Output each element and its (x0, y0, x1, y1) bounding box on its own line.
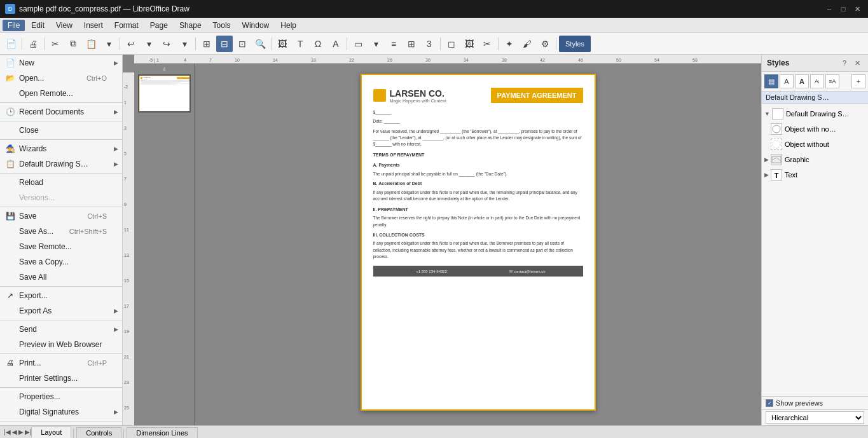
style-tb-text[interactable]: A (780, 74, 794, 88)
last-page-button[interactable]: ▶| (25, 428, 32, 435)
menu-item-printer-settings[interactable]: Printer Settings... (0, 371, 122, 386)
tb-text[interactable]: T (292, 36, 308, 52)
menu-item-export[interactable]: ↗ Export... (0, 288, 122, 303)
tb-redo[interactable]: ↪ (158, 36, 175, 52)
tb-3d[interactable]: 3 (421, 36, 437, 52)
menu-item-save-remote[interactable]: Save Remote... (0, 239, 122, 254)
main-toolbar: 📄 🖨 ✂ ⧉ 📋 ▾ ↩ ▾ ↪ ▾ ⊞ ⊟ ⊡ 🔍 🖼 T Ω A ▭ ▾ … (0, 33, 868, 55)
divider-5 (0, 207, 122, 207)
tb-print[interactable]: 🖨 (25, 36, 41, 52)
open-icon: 📂 (5, 73, 15, 83)
svg-text:54: 54 (654, 58, 659, 62)
style-object-with-no[interactable]: Object with no… (762, 121, 868, 137)
document-title: PAYMENT AGREEMENT (491, 88, 583, 103)
menu-item-new[interactable]: 📄 New (0, 55, 122, 71)
first-page-button[interactable]: |◀ (4, 428, 11, 435)
panel-help-button[interactable]: ? (839, 57, 850, 69)
menu-item-print[interactable]: 🖨 Print... Ctrl+P (0, 355, 122, 371)
tb-crop[interactable]: ✂ (479, 36, 495, 52)
menu-item-preview-browser[interactable]: Preview in Web Browser (0, 337, 122, 352)
tab-layout[interactable]: Layout (31, 427, 71, 438)
menu-item-save[interactable]: 💾 Save Ctrl+S (0, 209, 122, 224)
style-graphic-category[interactable]: ▶ Graphic (762, 152, 868, 167)
tb-cut[interactable]: ✂ (47, 36, 64, 52)
tb-shadow[interactable]: ◻ (443, 36, 460, 52)
tb-fontwork[interactable]: A (327, 36, 344, 52)
tb-image[interactable]: 🖼 (274, 36, 291, 52)
next-page-button[interactable]: ▶ (18, 428, 24, 435)
section-b-title: B. Acceleration of Debt (373, 181, 583, 188)
menu-item-wizards[interactable]: 🧙 Wizards (0, 141, 122, 156)
show-previews-checkbox[interactable]: ✓ (766, 399, 773, 407)
tb-undo-arrow[interactable]: ▾ (141, 36, 157, 52)
style-tb-frame[interactable]: A (795, 74, 809, 88)
minimize-button[interactable]: – (823, 3, 835, 15)
style-tb-page[interactable]: Aᵢ (810, 74, 824, 88)
menu-edit[interactable]: Edit (26, 20, 50, 31)
menu-item-open[interactable]: 📂 Open... Ctrl+O (0, 71, 122, 86)
tb-image2[interactable]: 🖼 (461, 36, 478, 52)
page-thumbnail[interactable]: LARSEN CO. PAYMENT AGREEMENT (138, 74, 191, 113)
tb-zoom[interactable]: 🔍 (252, 36, 268, 52)
tb-redo-arrow[interactable]: ▾ (176, 36, 193, 52)
menu-item-close[interactable]: Close (0, 123, 122, 138)
tb-new[interactable]: 📄 (3, 36, 19, 52)
menu-item-digital-sigs[interactable]: Digital Signatures (0, 404, 122, 420)
tb-special-char[interactable]: Ω (310, 36, 326, 52)
style-tb-new[interactable]: + (851, 74, 865, 88)
menu-item-open-remote[interactable]: Open Remote... (0, 86, 122, 101)
menu-item-export-as[interactable]: Export As (0, 303, 122, 318)
style-tb-list[interactable]: ≡A (825, 74, 839, 88)
menu-format[interactable]: Format (109, 20, 144, 31)
tb-paste[interactable]: 📋 (83, 36, 99, 52)
tb-copy[interactable]: ⧉ (65, 36, 81, 52)
tb-macro[interactable]: ⚙ (537, 36, 553, 52)
menu-insert[interactable]: Insert (79, 20, 108, 31)
panel-close-button[interactable]: ✕ (851, 57, 863, 69)
menu-item-send[interactable]: Send (0, 322, 122, 337)
menu-item-reload[interactable]: Reload (0, 175, 122, 190)
tb-snap[interactable]: ⊟ (216, 36, 233, 52)
document-canvas[interactable]: LARSEN CO. Magic Happens with Content PA… (195, 64, 761, 425)
tb-group[interactable]: ⊞ (403, 36, 420, 52)
menu-view[interactable]: View (51, 20, 78, 31)
tb-undo[interactable]: ↩ (123, 36, 139, 52)
tb-paint[interactable]: 🖌 (519, 36, 535, 52)
menu-item-properties[interactable]: Properties... (0, 389, 122, 404)
menu-help[interactable]: Help (275, 20, 301, 31)
menu-item-save-as[interactable]: Save As... Ctrl+Shift+S (0, 224, 122, 239)
tb-shapes2[interactable]: ▾ (368, 36, 384, 52)
style-object-without[interactable]: Object without (762, 137, 868, 152)
menu-item-recent[interactable]: 🕒 Recent Documents (0, 104, 122, 120)
tb-fit[interactable]: ⊡ (234, 36, 251, 52)
tb-paste-arrow[interactable]: ▾ (100, 36, 117, 52)
style-text-category[interactable]: ▶ T Text (762, 167, 868, 182)
menu-page[interactable]: Page (145, 20, 173, 31)
menu-item-exit[interactable]: ⏻ Exit LibreOffice Ctrl+Q (0, 423, 122, 425)
menu-item-save-copy[interactable]: Save a Copy... (0, 254, 122, 270)
style-default-drawing[interactable]: ▼ Default Drawing S… (762, 106, 868, 121)
prev-page-button[interactable]: ◀ (12, 428, 17, 435)
menu-shape[interactable]: Shape (174, 20, 207, 31)
svg-text:15: 15 (124, 278, 129, 283)
tb-grid[interactable]: ⊞ (198, 36, 215, 52)
panel-title: Styles (767, 58, 789, 67)
tb-sep-8 (498, 38, 499, 50)
menu-file[interactable]: File (3, 20, 25, 31)
menu-tools[interactable]: Tools (208, 20, 236, 31)
tb-align[interactable]: ≡ (385, 36, 402, 52)
tb-styles[interactable]: Styles (559, 36, 591, 52)
menu-item-templates[interactable]: 📋 Default Drawing S… (0, 156, 122, 172)
close-button[interactable]: ✕ (851, 3, 863, 15)
svg-text:25: 25 (124, 406, 129, 410)
style-tb-drawing[interactable]: ▤ (764, 74, 778, 88)
tb-shapes[interactable]: ▭ (350, 36, 366, 52)
svg-text:7: 7 (124, 177, 127, 181)
tab-dimension-lines[interactable]: Dimension Lines (127, 427, 197, 438)
tab-controls[interactable]: Controls (76, 427, 121, 438)
menu-window[interactable]: Window (237, 20, 275, 31)
hierarchical-dropdown[interactable]: Hierarchical All Styles Applied Styles C… (766, 411, 864, 424)
menu-item-save-all[interactable]: Save All (0, 270, 122, 285)
maximize-button[interactable]: □ (837, 3, 849, 15)
tb-effects[interactable]: ✦ (501, 36, 518, 52)
